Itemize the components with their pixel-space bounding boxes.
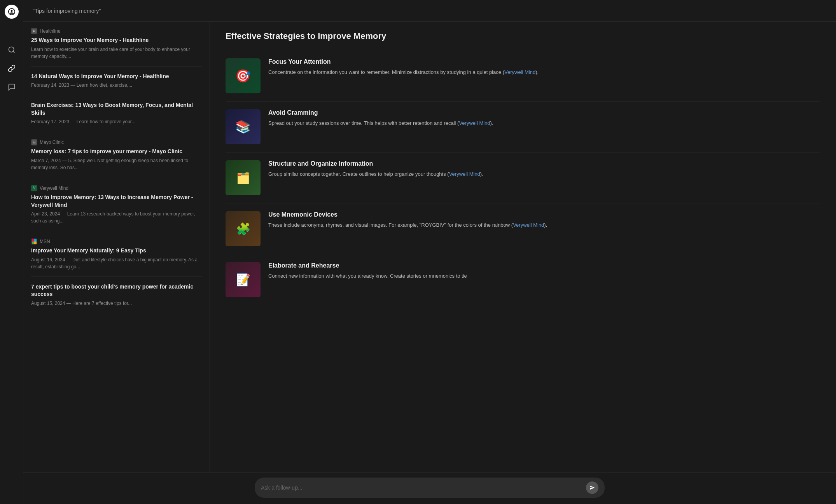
svg-rect-5 xyxy=(32,239,34,242)
source-snippet: February 14, 2023 — Learn how diet, exer… xyxy=(31,82,202,89)
thumb-mnemonic xyxy=(226,211,261,246)
svg-rect-7 xyxy=(32,242,34,244)
chat-sidebar-btn[interactable] xyxy=(4,79,19,95)
domain-mayoclinic: M Mayo Clinic xyxy=(31,139,202,145)
content-split: H Healthline 25 Ways to Improve Your Mem… xyxy=(23,22,836,472)
source-title[interactable]: 25 Ways to Improve Your Memory - Healthl… xyxy=(31,37,202,44)
source-item: 7 expert tips to boost your child's memo… xyxy=(31,283,202,313)
verywell-link-1[interactable]: Verywell Mind xyxy=(504,69,535,75)
source-title[interactable]: How to Improve Memory: 13 Ways to Increa… xyxy=(31,194,202,209)
healthline-label: Healthline xyxy=(40,28,60,34)
bottom-bar xyxy=(23,472,836,504)
msn-icon xyxy=(31,238,37,245)
source-snippet: August 15, 2024 — Here are 7 effective t… xyxy=(31,300,202,307)
source-group-healthline: H Healthline 25 Ways to Improve Your Mem… xyxy=(31,28,202,131)
card-desc: These include acronyms, rhymes, and visu… xyxy=(268,221,820,229)
main-container: "Tips for improving memory" H Healthline xyxy=(23,0,836,504)
source-title[interactable]: Improve Your Memory Naturally: 9 Easy Ti… xyxy=(31,247,202,255)
source-item: Brain Exercises: 13 Ways to Boost Memory… xyxy=(31,102,202,131)
svg-text:M: M xyxy=(33,141,36,144)
follow-up-input[interactable] xyxy=(261,485,582,491)
thumb-cram xyxy=(226,109,261,144)
source-item: How to Improve Memory: 13 Ways to Increa… xyxy=(31,194,202,231)
card-content-mnemonic: Use Mnemonic Devices These include acron… xyxy=(268,211,820,229)
follow-up-container xyxy=(255,478,605,498)
source-title[interactable]: 14 Natural Ways to Improve Your Memory -… xyxy=(31,73,202,80)
thumb-elaborate xyxy=(226,262,261,297)
chatgpt-logo[interactable] xyxy=(5,5,19,19)
svg-text:H: H xyxy=(33,30,35,33)
sidebar xyxy=(0,0,23,504)
card-content-elaborate: Elaborate and Rehearse Connect new infor… xyxy=(268,262,820,280)
sources-panel: H Healthline 25 Ways to Improve Your Mem… xyxy=(23,22,210,472)
verywell-link-4[interactable]: Verywell Mind xyxy=(513,222,544,228)
card-title: Focus Your Attention xyxy=(268,58,820,65)
card-desc: Connect new information with what you al… xyxy=(268,272,820,280)
card-title: Elaborate and Rehearse xyxy=(268,262,820,269)
source-snippet: February 17, 2023 — Learn how to improve… xyxy=(31,118,202,125)
verywell-link-2[interactable]: Verywell Mind xyxy=(459,120,490,126)
thumb-focus xyxy=(226,58,261,93)
card-desc: Spread out your study sessions over time… xyxy=(268,119,820,128)
strategy-card-elaborate: Elaborate and Rehearse Connect new infor… xyxy=(226,254,820,305)
verywellmind-label: Verywell Mind xyxy=(40,186,68,191)
source-snippet: August 16, 2024 — Diet and lifestyle cho… xyxy=(31,256,202,270)
source-snippet: Learn how to exercise your brain and tak… xyxy=(31,46,202,60)
domain-healthline: H Healthline xyxy=(31,28,202,34)
domain-msn: MSN xyxy=(31,238,202,245)
healthline-icon: H xyxy=(31,28,37,34)
sources-sidebar-btn[interactable] xyxy=(4,61,19,76)
card-content-cram: Avoid Cramming Spread out your study ses… xyxy=(268,109,820,128)
card-content-focus: Focus Your Attention Concentrate on the … xyxy=(268,58,820,77)
header: "Tips for improving memory" xyxy=(23,0,836,22)
source-group-msn: MSN Improve Your Memory Naturally: 9 Eas… xyxy=(31,238,202,313)
source-snippet: April 23, 2024 — Learn 13 research-backe… xyxy=(31,210,202,224)
card-title: Structure and Organize Information xyxy=(268,160,820,167)
source-item: Memory loss: 7 tips to improve your memo… xyxy=(31,148,202,177)
thumb-organize xyxy=(226,160,261,195)
svg-rect-6 xyxy=(34,239,37,242)
mayoclinic-icon: M xyxy=(31,139,37,145)
msn-label: MSN xyxy=(40,239,50,244)
domain-verywellmind: V Verywell Mind xyxy=(31,185,202,191)
response-title: Effective Strategies to Improve Memory xyxy=(226,31,820,41)
source-title[interactable]: 7 expert tips to boost your child's memo… xyxy=(31,283,202,298)
card-desc: Concentrate on the information you want … xyxy=(268,68,820,77)
source-title[interactable]: Brain Exercises: 13 Ways to Boost Memory… xyxy=(31,102,202,117)
svg-point-0 xyxy=(9,47,14,52)
header-query: "Tips for improving memory" xyxy=(33,8,101,14)
card-content-organize: Structure and Organize Information Group… xyxy=(268,160,820,178)
send-button[interactable] xyxy=(586,481,598,494)
strategy-card-mnemonic: Use Mnemonic Devices These include acron… xyxy=(226,203,820,254)
search-sidebar-btn[interactable] xyxy=(4,42,19,58)
svg-rect-8 xyxy=(34,242,37,244)
verywellmind-icon: V xyxy=(31,185,37,191)
strategy-card-cram: Avoid Cramming Spread out your study ses… xyxy=(226,102,820,152)
source-snippet: March 7, 2024 — 5. Sleep well. Not getti… xyxy=(31,157,202,171)
source-item: 25 Ways to Improve Your Memory - Healthl… xyxy=(31,37,202,66)
source-group-mayoclinic: M Mayo Clinic Memory loss: 7 tips to imp… xyxy=(31,139,202,177)
response-panel: Effective Strategies to Improve Memory F… xyxy=(210,22,836,472)
source-title[interactable]: Memory loss: 7 tips to improve your memo… xyxy=(31,148,202,156)
strategy-card-organize: Structure and Organize Information Group… xyxy=(226,152,820,203)
source-item: 14 Natural Ways to Improve Your Memory -… xyxy=(31,73,202,96)
strategy-card-focus: Focus Your Attention Concentrate on the … xyxy=(226,51,820,102)
verywell-link-3[interactable]: Verywell Mind xyxy=(449,171,480,177)
source-item: Improve Your Memory Naturally: 9 Easy Ti… xyxy=(31,247,202,277)
card-desc: Group similar concepts together. Create … xyxy=(268,170,820,178)
card-title: Avoid Cramming xyxy=(268,109,820,116)
mayoclinic-label: Mayo Clinic xyxy=(40,140,64,145)
card-title: Use Mnemonic Devices xyxy=(268,211,820,218)
source-group-verywellmind: V Verywell Mind How to Improve Memory: 1… xyxy=(31,185,202,231)
